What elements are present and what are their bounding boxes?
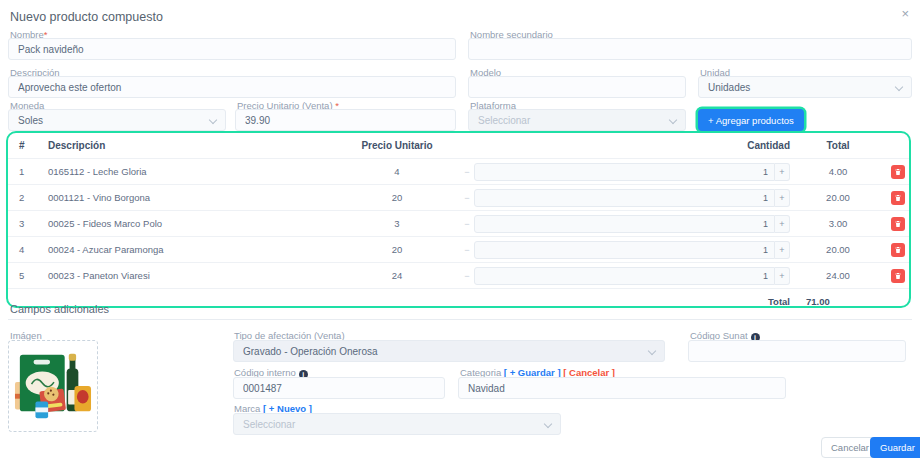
total-value: 71.00 (790, 296, 886, 307)
quantity-input[interactable] (474, 215, 775, 233)
quantity-plus-button[interactable]: + (775, 189, 790, 207)
trash-icon (894, 194, 902, 202)
categoria-input[interactable] (458, 377, 786, 399)
quantity-minus-button[interactable]: − (460, 245, 474, 255)
section-divider (8, 319, 912, 320)
quantity-plus-button[interactable]: + (775, 215, 790, 233)
product-image-upload[interactable] (8, 340, 98, 432)
delete-row-button[interactable] (891, 191, 905, 205)
moneda-select[interactable]: Soles (8, 109, 226, 131)
product-photo (14, 347, 92, 425)
quantity-minus-button[interactable]: − (460, 193, 474, 203)
quantity-minus-button[interactable]: − (460, 271, 474, 281)
table-row: 5 00023 - Paneton Viaresi 24 −+ 24.00 (8, 263, 909, 289)
unidad-select[interactable]: Unidades (698, 76, 912, 98)
delete-row-button[interactable] (891, 269, 905, 283)
table-row: 2 0001121 - Vino Borgona 20 −+ 20.00 (8, 185, 909, 211)
table-row: 3 00025 - Fideos Marco Polo 3 −+ 3.00 (8, 211, 909, 237)
quantity-input[interactable] (474, 189, 775, 207)
quantity-plus-button[interactable]: + (775, 241, 790, 259)
total-label: Total (460, 296, 790, 307)
campos-adicionales-title: Campos adicionales (10, 303, 109, 315)
page-title: Nuevo producto compuesto (10, 10, 163, 24)
chevron-down-icon (648, 347, 656, 355)
descripcion-input[interactable] (8, 76, 456, 98)
quantity-minus-button[interactable]: − (460, 219, 474, 229)
modelo-input[interactable] (468, 76, 686, 98)
trash-icon (894, 272, 902, 280)
trash-icon (894, 168, 902, 176)
marca-select[interactable]: Seleccionar (233, 413, 561, 435)
delete-row-button[interactable] (891, 165, 905, 179)
table-total-row: Total 71.00 (8, 289, 909, 308)
precio-unitario-input[interactable] (235, 109, 456, 131)
quantity-minus-button[interactable]: − (460, 167, 474, 177)
codigo-sunat-input[interactable] (688, 340, 906, 362)
chevron-down-icon (895, 83, 903, 91)
trash-icon (894, 246, 902, 254)
chevron-down-icon (669, 116, 677, 124)
delete-row-button[interactable] (891, 243, 905, 257)
chevron-down-icon (544, 420, 552, 428)
codigo-interno-input[interactable] (233, 377, 445, 399)
quantity-input[interactable] (474, 241, 775, 259)
quantity-plus-button[interactable]: + (775, 163, 790, 181)
table-row: 1 0165112 - Leche Gloria 4 −+ 4.00 (8, 159, 909, 185)
close-icon[interactable]: × (901, 7, 909, 20)
trash-icon (894, 220, 902, 228)
table-header-row: # Descripción Precio Unitario Cantidad T… (8, 133, 909, 159)
products-table: # Descripción Precio Unitario Cantidad T… (6, 131, 911, 308)
agregar-productos-button[interactable]: + Agregar productos (698, 109, 804, 131)
new-composite-product-modal: Nuevo producto compuesto × Nombre* Nombr… (0, 0, 920, 471)
quantity-input[interactable] (474, 267, 775, 285)
nombre-secundario-input[interactable] (468, 38, 912, 60)
delete-row-button[interactable] (891, 217, 905, 231)
save-button[interactable]: Guardar (870, 437, 920, 458)
plataforma-select[interactable]: Seleccionar (468, 109, 686, 131)
nombre-input[interactable] (8, 38, 456, 60)
quantity-plus-button[interactable]: + (775, 267, 790, 285)
tipo-afectacion-select[interactable]: Gravado - Operación Onerosa (233, 340, 665, 362)
chevron-down-icon (209, 116, 217, 124)
table-row: 4 00024 - Azucar Paramonga 20 −+ 20.00 (8, 237, 909, 263)
quantity-input[interactable] (474, 163, 775, 181)
